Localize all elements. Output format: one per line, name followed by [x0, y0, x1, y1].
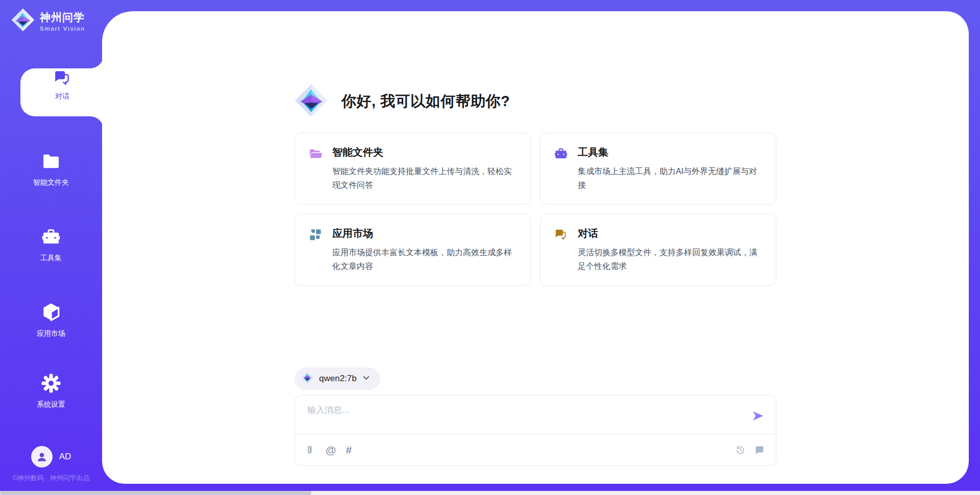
card-description: 集成市场上主流工具，助力AI与外界无缝扩展与对接	[578, 164, 763, 192]
history-icon[interactable]	[736, 445, 746, 455]
sidebar-item-smart-folder[interactable]: 智能文件夹	[0, 151, 102, 187]
greeting-block: 你好, 我可以如何帮助你?	[295, 84, 776, 119]
card-title: 应用市场	[332, 227, 517, 240]
message-input-box: @ #	[295, 395, 776, 466]
sidebar-item-label: 智能文件夹	[0, 178, 102, 187]
card-title: 智能文件夹	[332, 145, 517, 159]
card-chat[interactable]: 对话 灵活切换多模型文件，支持多样回复效果调试，满足个性化需求	[540, 214, 776, 286]
brand-name: 神州问学	[40, 10, 85, 24]
avatar	[31, 446, 53, 467]
main-panel: 你好, 我可以如何帮助你? 智能文件夹 智能文件夹功能支持批量文件上传与清洗，轻…	[102, 11, 969, 484]
grid-cube-icon	[308, 227, 324, 273]
card-description: 应用市场提供丰富长文本模板，助力高效生成多样化文章内容	[332, 245, 517, 273]
copyright-text: ©神州数码 · 神州问学出品	[0, 474, 102, 483]
sidebar-item-label: 对话	[20, 92, 104, 101]
card-description: 智能文件夹功能支持批量文件上传与清洗，轻松实现文件问答	[332, 164, 517, 192]
toolbox-icon	[41, 240, 61, 249]
model-selector[interactable]: qwen2:7b	[295, 367, 380, 390]
hashtag-icon[interactable]: #	[346, 444, 352, 455]
tab-curve-bottom	[90, 116, 103, 129]
message-input[interactable]	[307, 404, 736, 433]
card-app-market[interactable]: 应用市场 应用市场提供丰富长文本模板，助力高效生成多样化文章内容	[295, 214, 531, 286]
cube-icon	[40, 315, 62, 324]
card-title: 对话	[578, 227, 763, 240]
model-name: qwen2:7b	[319, 374, 357, 384]
chat-bubbles-icon	[53, 81, 72, 89]
horizontal-scrollbar[interactable]	[0, 491, 980, 495]
card-toolset[interactable]: 工具集 集成市场上主流工具，助力AI与外界无缝扩展与对接	[540, 133, 776, 205]
mention-icon[interactable]: @	[326, 444, 336, 455]
scrollbar-thumb[interactable]	[0, 491, 311, 495]
model-logo-icon	[301, 372, 313, 386]
folder-open-icon	[308, 145, 324, 192]
gear-icon	[41, 386, 61, 395]
composer: qwen2:7b	[295, 367, 776, 466]
input-toolbar: @ #	[295, 434, 776, 465]
sidebar-item-chat[interactable]: 对话	[20, 68, 104, 116]
chat-bubbles-icon	[554, 227, 569, 273]
brand-subtitle: Smart Vision	[40, 26, 85, 32]
chevron-down-icon	[362, 374, 370, 384]
sidebar-item-app-market[interactable]: 应用市场	[0, 301, 102, 338]
sidebar-item-label: 应用市场	[0, 329, 102, 338]
app-logo-icon	[295, 84, 328, 119]
toolbox-icon	[554, 145, 569, 192]
comment-icon[interactable]	[754, 445, 765, 455]
user-name: AD	[59, 452, 71, 462]
brand-logo-icon	[11, 8, 35, 34]
feature-cards: 智能文件夹 智能文件夹功能支持批量文件上传与清洗，轻松实现文件问答	[295, 133, 776, 286]
sidebar-item-settings[interactable]: 系统设置	[0, 373, 102, 409]
folder-icon	[41, 164, 61, 173]
send-button[interactable]	[750, 409, 766, 424]
tab-curve-top	[90, 56, 103, 68]
card-description: 灵活切换多模型文件，支持多样回复效果调试，满足个性化需求	[578, 245, 763, 273]
sidebar-item-label: 工具集	[0, 254, 102, 263]
card-smart-folder[interactable]: 智能文件夹 智能文件夹功能支持批量文件上传与清洗，轻松实现文件问答	[295, 133, 531, 205]
sidebar: 神州问学 Smart Vision 对话 智能文件夹	[0, 0, 102, 495]
sidebar-item-label: 系统设置	[0, 400, 102, 409]
attachment-icon[interactable]	[306, 445, 316, 455]
brand: 神州问学 Smart Vision	[11, 8, 85, 34]
greeting-title: 你好, 我可以如何帮助你?	[341, 91, 510, 112]
sidebar-item-toolset[interactable]: 工具集	[0, 227, 102, 263]
user-profile[interactable]: AD	[0, 446, 102, 467]
card-title: 工具集	[578, 145, 763, 159]
